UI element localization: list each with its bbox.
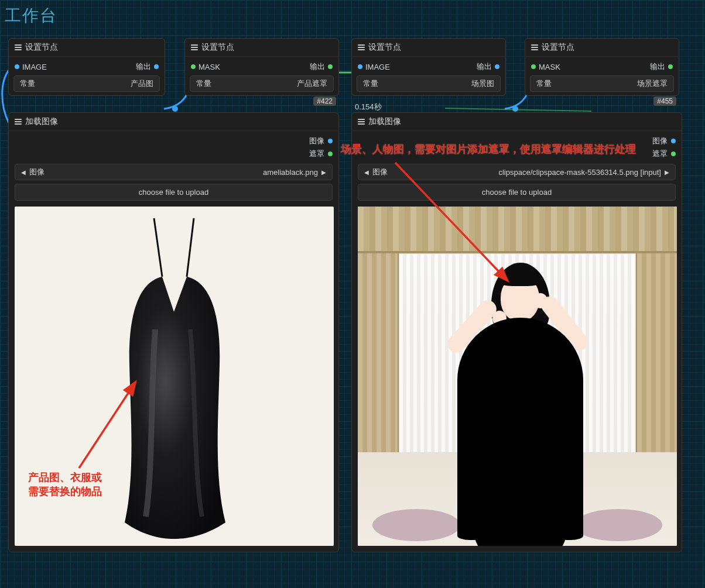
hamburger-icon	[358, 44, 365, 50]
out-image-label: 图像	[309, 136, 324, 146]
hamburger-icon	[358, 119, 365, 125]
node-title: 设置节点	[25, 42, 58, 53]
node-title: 设置节点	[368, 42, 401, 53]
node-timing: 0.154秒	[355, 102, 382, 112]
widget-label: 常量	[196, 78, 211, 89]
file-select[interactable]: ◀图像 clipspace/clipspace-mask-5536314.5.p…	[358, 164, 676, 180]
port-row: IMAGE 输出	[13, 60, 160, 74]
node-set-product-image[interactable]: 设置节点 IMAGE 输出 常量 产品图	[8, 38, 165, 96]
widget-value: 产品遮罩	[297, 78, 327, 89]
image-preview-product[interactable]	[15, 207, 334, 546]
widget-label: 常量	[20, 78, 35, 89]
widget-value: 产品图	[131, 78, 153, 89]
node-load-image-left[interactable]: 加载图像 图像 遮罩 ◀图像 ameliablack.png▶ choose f…	[8, 112, 339, 552]
node-title: 设置节点	[542, 42, 574, 53]
node-load-image-right[interactable]: 加载图像 图像 遮罩 ◀图像 clipspace/clipspace-mask-…	[351, 112, 682, 552]
widget-value: 场景遮罩	[637, 78, 668, 89]
upload-button[interactable]: choose file to upload	[358, 184, 676, 201]
node-set-product-mask[interactable]: 设置节点 MASK 输出 常量 产品遮罩 #422	[184, 38, 339, 96]
port-dot-image-icon[interactable]	[15, 64, 19, 69]
node-header[interactable]: 设置节点	[525, 39, 679, 57]
port-in-label: MASK	[539, 63, 560, 71]
node-badge: #422	[313, 97, 336, 106]
workspace-title: 工作台	[5, 5, 57, 27]
out-image-label: 图像	[652, 136, 668, 146]
port-dot-image-icon[interactable]	[358, 64, 362, 69]
node-header[interactable]: 设置节点	[185, 39, 338, 57]
chevron-left-icon[interactable]: ◀	[21, 169, 26, 176]
port-dot-output-icon[interactable]	[668, 64, 673, 69]
hamburger-icon	[15, 44, 22, 50]
port-in-label: IMAGE	[365, 63, 390, 71]
port-dot-output-icon[interactable]	[328, 64, 333, 69]
hamburger-icon	[15, 119, 22, 125]
hamburger-icon	[531, 44, 538, 50]
widget-dropdown[interactable]: 常量 场景图	[357, 75, 501, 92]
port-dot-mask-icon[interactable]	[191, 64, 196, 69]
port-row: MASK 输出	[190, 60, 334, 74]
widget-label: 常量	[363, 78, 378, 89]
node-set-scene-image[interactable]: 设置节点 IMAGE 输出 常量 场景图	[351, 38, 506, 96]
out-mask-label: 遮罩	[652, 149, 668, 159]
image-preview-scene[interactable]	[358, 207, 677, 546]
out-mask-label: 遮罩	[309, 149, 324, 159]
out-port-image: 图像	[358, 135, 676, 147]
port-in-label: IMAGE	[22, 63, 47, 71]
node-header[interactable]: 加载图像	[352, 113, 682, 131]
node-header[interactable]: 设置节点	[352, 39, 505, 57]
out-port-mask: 遮罩	[15, 147, 333, 160]
port-in-label: MASK	[199, 63, 220, 71]
file-label: 图像	[29, 167, 45, 177]
chevron-right-icon[interactable]: ▶	[321, 169, 326, 176]
node-title: 加载图像	[368, 116, 401, 127]
file-value: ameliablack.png	[263, 168, 318, 177]
file-label: 图像	[372, 167, 388, 177]
out-port-image: 图像	[15, 135, 333, 147]
port-row: IMAGE 输出	[357, 60, 501, 74]
node-header[interactable]: 加载图像	[9, 113, 338, 131]
chevron-right-icon[interactable]: ▶	[665, 169, 669, 176]
widget-dropdown[interactable]: 常量 场景遮罩	[530, 75, 674, 92]
hamburger-icon	[191, 44, 198, 50]
widget-value: 场景图	[471, 78, 494, 89]
file-value: clipspace/clipspace-mask-5536314.5.png […	[498, 168, 661, 177]
widget-dropdown[interactable]: 常量 产品遮罩	[190, 75, 334, 92]
port-dot-output-icon[interactable]	[495, 64, 499, 69]
chevron-left-icon[interactable]: ◀	[364, 169, 369, 176]
port-out-label: 输出	[477, 61, 492, 72]
upload-button[interactable]: choose file to upload	[15, 184, 333, 201]
node-set-scene-mask[interactable]: 设置节点 MASK 输出 常量 场景遮罩 #455	[525, 38, 679, 96]
port-out-label: 输出	[310, 61, 325, 72]
file-select[interactable]: ◀图像 ameliablack.png▶	[15, 164, 333, 180]
node-badge: #455	[653, 97, 676, 106]
out-port-mask: 遮罩	[358, 147, 676, 160]
port-dot-mask-icon[interactable]	[531, 64, 536, 69]
room-background	[358, 207, 677, 546]
widget-dropdown[interactable]: 常量 产品图	[13, 75, 160, 92]
node-title: 加载图像	[25, 116, 58, 127]
node-header[interactable]: 设置节点	[9, 39, 165, 57]
port-dot-mask-icon[interactable]	[671, 152, 676, 156]
node-title: 设置节点	[201, 42, 234, 53]
port-row: MASK 输出	[530, 60, 674, 74]
port-dot-image-icon[interactable]	[671, 139, 676, 143]
mask-silhouette	[457, 318, 583, 540]
port-dot-mask-icon[interactable]	[328, 152, 333, 156]
port-dot-image-icon[interactable]	[328, 139, 333, 143]
port-out-label: 输出	[650, 61, 665, 72]
widget-label: 常量	[536, 78, 552, 89]
port-dot-output-icon[interactable]	[154, 64, 159, 69]
port-out-label: 输出	[136, 61, 151, 72]
product-dress-image	[15, 207, 334, 546]
